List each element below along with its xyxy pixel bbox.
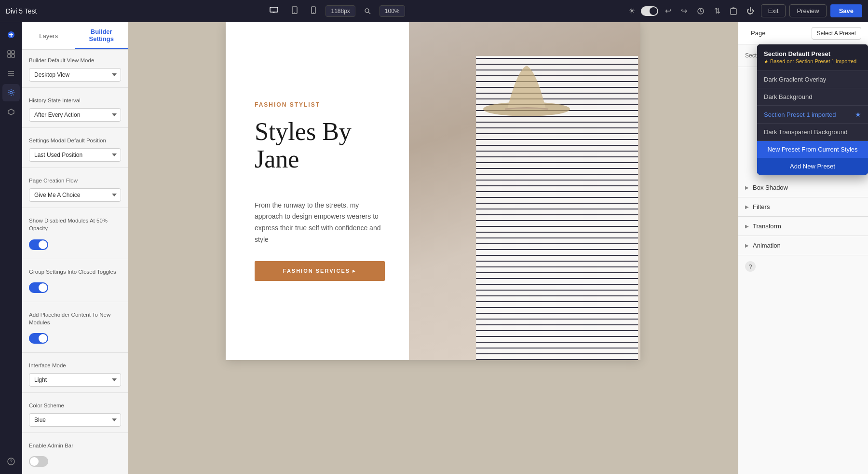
svg-text:?: ? (10, 459, 13, 464)
add-module-btn[interactable] (2, 26, 20, 43)
svg-rect-19 (12, 55, 14, 57)
right-panel: Page Select A Preset Section Default Pre… (738, 22, 868, 474)
section-left: FASHION STYLIST Styles By Jane From the … (226, 22, 409, 360)
accordion-transform: ▶ Transform (738, 217, 868, 236)
star-icon: ★ (855, 111, 861, 118)
topbar: Divi 5 Test 1188px 100% ☀ ↩ ↪ ⇅ ⏻ Ex (0, 0, 868, 22)
viewport-width-badge[interactable]: 1188px (326, 5, 355, 17)
page-creation-flow-select[interactable]: Give Me A Choice (29, 188, 121, 202)
placeholder-content-toggle[interactable] (29, 333, 48, 344)
modal-position-label: Settings Modal Default Position (29, 137, 121, 144)
theme-toggle[interactable] (641, 6, 658, 16)
color-scheme-select[interactable]: Blue (29, 413, 121, 427)
canvas-content: FASHION STYLIST Styles By Jane From the … (128, 22, 738, 474)
sun-icon: ☀ (626, 4, 637, 17)
accordion-sections: ▶ Box Shadow ▶ Filters ▶ Transform ▶ (738, 178, 868, 255)
page-creation-flow-label: Page Creation Flow (29, 177, 121, 184)
group-settings-toggle-row (29, 279, 121, 296)
canvas-area: FASHION STYLIST Styles By Jane From the … (128, 22, 738, 474)
placeholder-content-label: Add Placeholder Content To New Modules (29, 311, 121, 326)
extensions-btn[interactable] (2, 103, 20, 121)
section-right (409, 22, 640, 360)
section-headline: Styles By Jane (255, 118, 385, 173)
undo-btn[interactable]: ↩ (662, 4, 674, 17)
power-btn[interactable]: ⏻ (744, 5, 757, 17)
preset-header-subtitle: ★ Based on: Section Preset 1 imported (764, 58, 861, 65)
svg-rect-17 (12, 51, 14, 54)
svg-point-7 (365, 9, 369, 13)
group-settings-section: Group Settings Into Closed Toggles (22, 261, 128, 300)
tab-page[interactable]: Page (745, 22, 771, 44)
tab-builder-settings[interactable]: Builder Settings (75, 22, 128, 49)
placeholder-content-toggle-row (29, 330, 121, 347)
preview-button[interactable]: Preview (789, 4, 826, 17)
enable-admin-bar-section: Enable Admin Bar (22, 435, 128, 474)
enable-admin-bar-label: Enable Admin Bar (29, 442, 121, 449)
tablet-viewport-btn[interactable] (288, 3, 301, 18)
show-disabled-modules-toggle-row (29, 237, 121, 253)
enable-admin-bar-toggle-row (29, 453, 121, 470)
preset-item-dark-gradient[interactable]: Dark Gradient Overlay (757, 71, 868, 88)
group-settings-label: Group Settings Into Closed Toggles (29, 268, 121, 276)
preset-item-dark-background[interactable]: Dark Background (757, 88, 868, 106)
show-disabled-modules-label: Show Disabled Modules At 50% Opacity (29, 217, 121, 232)
modal-position-select[interactable]: Last Used Position (29, 148, 121, 162)
chevron-right-icon-animation: ▶ (745, 243, 749, 248)
desktop-viewport-btn[interactable] (266, 4, 282, 18)
save-button[interactable]: Save (830, 4, 862, 17)
accordion-animation: ▶ Animation (738, 236, 868, 255)
accordion-box-shadow: ▶ Box Shadow (738, 178, 868, 197)
history-interval-select[interactable]: After Every Action (29, 108, 121, 122)
layout-btn[interactable] (2, 45, 20, 63)
history-interval-section: History State Interval After Every Actio… (22, 90, 128, 125)
chevron-right-icon-filters: ▶ (745, 204, 749, 209)
mobile-viewport-btn[interactable] (307, 3, 320, 18)
help-btn[interactable]: ? (2, 453, 20, 470)
search-zoom-icon[interactable] (361, 6, 374, 16)
box-shadow-header[interactable]: ▶ Box Shadow (738, 178, 868, 197)
add-new-preset-button[interactable]: Add New Preset (757, 158, 868, 175)
help-circle-icon[interactable]: ? (745, 261, 756, 272)
history-btn[interactable] (694, 5, 707, 17)
svg-rect-0 (270, 7, 278, 12)
animation-header[interactable]: ▶ Animation (738, 236, 868, 255)
icon-sidebar: ? (0, 22, 22, 474)
builder-view-mode-section: Builder Default View Mode Desktop View (22, 50, 128, 85)
preset-item-dark-transparent[interactable]: Dark Transparent Background (757, 124, 868, 141)
fashion-photo (409, 22, 640, 360)
section-body: From the runway to the streets, my appro… (255, 200, 385, 246)
svg-point-23 (10, 92, 12, 94)
tab-layers[interactable]: Layers (22, 22, 75, 49)
new-preset-from-current-styles-button[interactable]: New Preset From Current Styles (757, 141, 868, 158)
preset-header-title: Section Default Preset (764, 50, 861, 57)
select-preset-button[interactable]: Select A Preset (812, 27, 861, 40)
transform-header[interactable]: ▶ Transform (738, 217, 868, 236)
zoom-badge[interactable]: 100% (380, 5, 405, 17)
preset-header: Section Default Preset ★ Based on: Secti… (757, 44, 868, 71)
exit-button[interactable]: Exit (761, 4, 786, 17)
portability-btn[interactable]: ⇅ (711, 4, 723, 17)
color-scheme-section: Color Scheme Blue (22, 395, 128, 431)
section-divider (255, 188, 385, 188)
builder-view-mode-select[interactable]: Desktop View (29, 68, 121, 82)
placeholder-content-section: Add Placeholder Content To New Modules (22, 304, 128, 350)
animation-label: Animation (753, 242, 781, 249)
settings-btn[interactable] (2, 84, 20, 101)
svg-line-8 (368, 12, 370, 14)
filters-label: Filters (753, 203, 770, 210)
trash-btn[interactable] (727, 5, 740, 17)
topbar-center: 1188px 100% (50, 3, 620, 18)
modules-btn[interactable] (2, 65, 20, 82)
section-cta-button[interactable]: FASHION SERVICES ▸ (255, 261, 385, 281)
svg-rect-18 (8, 55, 11, 57)
enable-admin-bar-toggle[interactable] (29, 456, 48, 467)
redo-btn[interactable]: ↪ (678, 4, 690, 17)
preset-item-section-preset-1[interactable]: Section Preset 1 imported ★ (757, 106, 868, 124)
interface-mode-label: Interface Mode (29, 362, 121, 369)
svg-rect-10 (731, 9, 736, 14)
group-settings-toggle[interactable] (29, 282, 48, 293)
filters-header[interactable]: ▶ Filters (738, 197, 868, 216)
section-eyebrow: FASHION STYLIST (255, 101, 385, 108)
interface-mode-select[interactable]: Light (29, 373, 121, 387)
show-disabled-modules-toggle[interactable] (29, 239, 48, 250)
